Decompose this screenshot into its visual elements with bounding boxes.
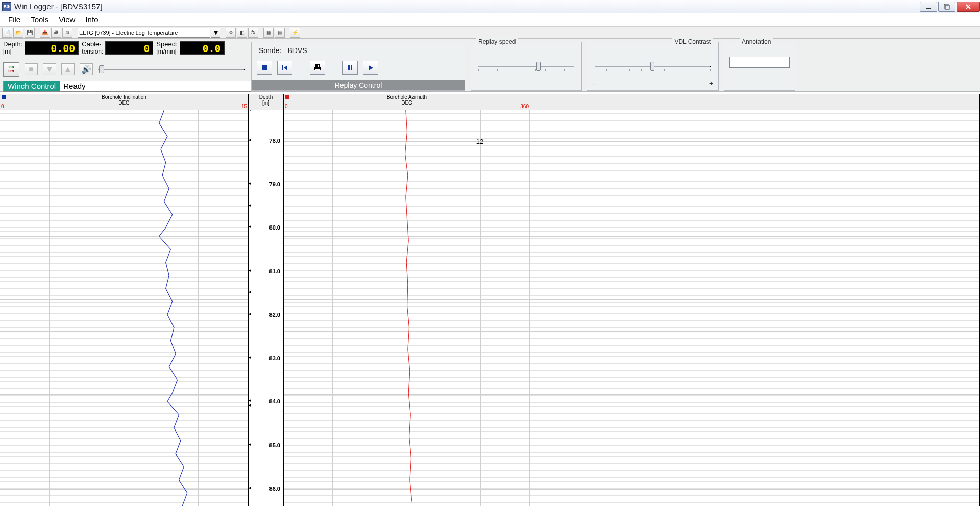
window-title: Win Logger - [BDVS3157] [14, 2, 103, 11]
replay-title: Replay Control [252, 80, 465, 90]
tension-readout: Cable-tension: 0 [82, 41, 153, 55]
azim-max: 360 [520, 104, 529, 109]
tb-save-icon[interactable]: 💾 [24, 28, 35, 38]
azim-body[interactable]: 12 [284, 110, 530, 506]
tb-new-icon[interactable]: 📄 [2, 28, 12, 38]
winch-control-label: Winch Control [3, 81, 60, 92]
svg-rect-4 [282, 65, 283, 70]
tb-fx-icon[interactable]: fx [248, 28, 258, 38]
maximize-button[interactable] [938, 2, 955, 12]
tb-preview-icon[interactable]: 🗎 [62, 28, 72, 38]
extra-body[interactable] [530, 110, 979, 506]
vdl-legend: VDL Contrast [672, 38, 713, 45]
tb-export-icon[interactable]: 📤 [40, 28, 50, 38]
app-icon: RG [2, 2, 11, 11]
tb-open-icon[interactable]: 📂 [13, 28, 23, 38]
depth-label: 85.0 [270, 442, 280, 448]
tb-print-icon[interactable]: 🖶 [51, 28, 61, 38]
menu-info[interactable]: Info [80, 14, 103, 25]
toolbar: 📄 📂 💾 📤 🖶 🗎 ▾ ⚙ ◧ fx ▦ ▤ ⚡ [0, 27, 980, 39]
titlebar: RG Win Logger - [BDVS3157] [0, 0, 980, 13]
incl-unit: DEG [0, 100, 248, 106]
tb-calendar-icon[interactable]: ▤ [275, 28, 285, 38]
depth-body[interactable]: 78.079.080.081.082.083.084.085.086.0 [249, 110, 283, 506]
tb-table-icon[interactable]: ▦ [263, 28, 274, 38]
up-arrow-icon[interactable]: ▲ [61, 63, 75, 75]
incl-curve [0, 110, 248, 506]
annotation-input[interactable] [729, 57, 790, 68]
sonde-value: BDVS [287, 46, 307, 55]
down-arrow-icon[interactable]: ▼ [43, 63, 56, 75]
speed-unit: [m/min] [156, 48, 177, 55]
tension-value: 0 [105, 41, 153, 55]
svg-rect-7 [351, 65, 352, 70]
azim-curve [284, 110, 530, 506]
speaker-icon[interactable]: 🔊 [80, 63, 93, 75]
depth-label: 84.0 [270, 398, 280, 404]
speed-label: Speed: [156, 40, 177, 48]
track-depth: Depth [m] 78.079.080.081.082.083.084.085… [249, 94, 284, 506]
log-area: Borehole Inclination DEG 0 15 Depth [m] … [0, 94, 980, 506]
incl-title: Borehole Inclination [0, 94, 248, 100]
tb-config-icon[interactable]: ⚙ [226, 28, 236, 38]
menubar: File Tools View Info [0, 13, 980, 27]
azim-annotation: 12 [476, 138, 483, 145]
replay-pause-button[interactable] [342, 61, 358, 75]
sonde-label: Sonde: [259, 46, 281, 55]
incl-max: 15 [241, 104, 247, 109]
tb-sonde-icon[interactable]: ◧ [237, 28, 247, 38]
menu-view[interactable]: View [54, 14, 80, 25]
svg-rect-3 [262, 65, 267, 70]
depth-value: 0.00 [24, 41, 79, 55]
tension-label2: tension: [82, 48, 103, 55]
depth-label: 83.0 [270, 355, 280, 361]
depth-unit: [m] [3, 48, 22, 55]
depth-label: Depth: [3, 40, 22, 48]
track-extra [530, 94, 980, 506]
minimize-button[interactable] [920, 2, 937, 12]
annotation-group: Annotation [724, 42, 795, 91]
replay-speed-group: Replay speed [471, 42, 582, 91]
replay-play-button[interactable] [363, 61, 378, 75]
replay-speed-slider[interactable] [476, 62, 576, 77]
replay-print-icon[interactable]: 🖶 [310, 61, 325, 75]
tool-select-dropdown-icon[interactable]: ▾ [211, 28, 220, 38]
winch-speed-slider[interactable] [98, 63, 245, 75]
vdl-contrast-slider[interactable] [593, 62, 713, 77]
close-button[interactable] [957, 2, 980, 12]
menu-tools[interactable]: Tools [26, 14, 54, 25]
depth-label: 82.0 [270, 312, 280, 318]
svg-rect-2 [945, 5, 949, 9]
svg-rect-0 [926, 8, 931, 9]
azim-min: 0 [285, 104, 288, 109]
vdl-plus: + [709, 80, 713, 87]
annotation-legend: Annotation [740, 38, 773, 45]
replay-rewind-button[interactable] [277, 61, 292, 75]
depth-unit-label: [m] [249, 100, 283, 106]
depth-label: 80.0 [270, 224, 280, 231]
vdl-minus: - [593, 80, 595, 87]
azim-unit: DEG [284, 100, 530, 106]
incl-body[interactable] [0, 110, 248, 506]
tb-flash-icon[interactable]: ⚡ [290, 28, 300, 38]
track-azimuth: Borehole Azimuth DEG 0 360 12 [284, 94, 530, 506]
menu-file[interactable]: File [3, 14, 26, 25]
azim-title: Borehole Azimuth [284, 94, 530, 100]
tension-label: Cable- [82, 40, 101, 48]
depth-label: 79.0 [270, 181, 280, 187]
depth-label: 81.0 [270, 268, 280, 274]
status-ready: Ready [60, 81, 251, 92]
vdl-contrast-group: VDL Contrast -+ [587, 42, 719, 91]
replay-stop-button[interactable] [257, 61, 272, 75]
svg-rect-6 [348, 65, 350, 70]
depth-title: Depth [249, 94, 283, 100]
stop-square-icon[interactable]: ■ [24, 63, 38, 75]
track-inclination: Borehole Inclination DEG 0 15 [0, 94, 249, 506]
winch-panel: Depth:[m] 0.00 Cable-tension: 0 Speed:[m… [0, 39, 248, 91]
onoff-toggle[interactable]: OnOff [3, 62, 19, 77]
replay-speed-legend: Replay speed [476, 38, 518, 45]
replay-group: Sonde: BDVS 🖶 Replay Control [251, 42, 465, 91]
controls-panel: Depth:[m] 0.00 Cable-tension: 0 Speed:[m… [0, 39, 980, 92]
tool-select[interactable] [78, 28, 210, 38]
speed-value: 0.0 [180, 41, 225, 55]
